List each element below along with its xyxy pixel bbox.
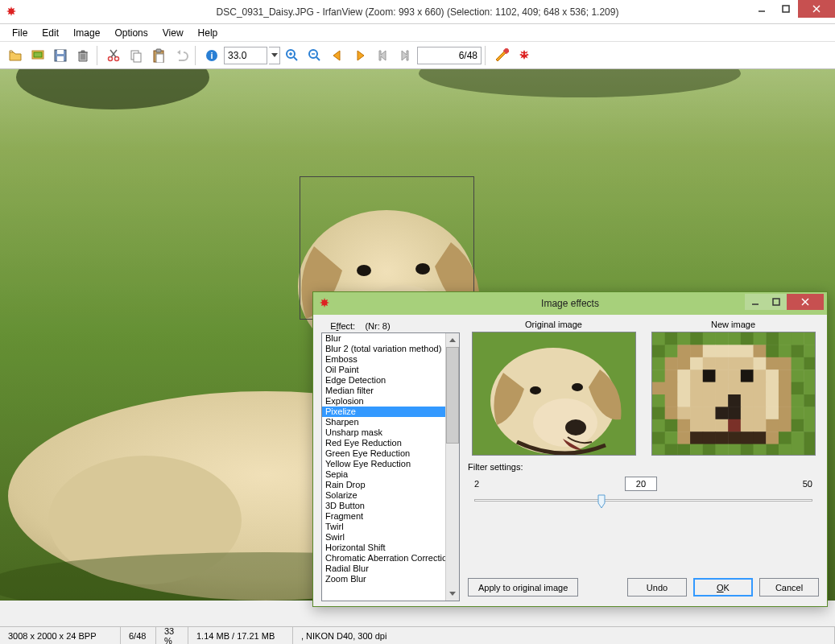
zoom-in-icon[interactable] <box>282 45 303 66</box>
cut-icon[interactable] <box>103 45 124 66</box>
svg-point-51 <box>533 398 597 447</box>
effect-item[interactable]: Edge Detection <box>322 375 445 386</box>
undo-button[interactable]: Undo <box>627 578 687 597</box>
delete-icon[interactable] <box>72 45 93 66</box>
menu-image[interactable]: Image <box>66 25 107 41</box>
ok-button[interactable]: OK <box>693 578 753 597</box>
cancel-button[interactable]: Cancel <box>759 578 819 597</box>
effect-item[interactable]: Radial Blur <box>322 564 445 574</box>
next-image-icon[interactable] <box>349 45 370 66</box>
last-image-icon[interactable] <box>395 45 415 66</box>
toolbar-separator <box>97 46 100 65</box>
open-icon[interactable] <box>5 45 26 66</box>
status-page: 6/48 <box>121 627 156 644</box>
effect-item[interactable]: Blur 2 (total variation method) <box>322 344 445 354</box>
effect-label: Effect: (Nr: 8) <box>321 320 460 332</box>
save-icon[interactable] <box>50 45 71 66</box>
apply-button[interactable]: Apply to original image <box>468 578 578 597</box>
svg-rect-111 <box>702 382 715 395</box>
effect-item[interactable]: Rain Drop <box>322 480 445 490</box>
effect-item[interactable]: Fragment <box>322 511 445 522</box>
effect-item[interactable]: Sepia <box>322 469 445 480</box>
effect-item[interactable]: Unsharp mask <box>322 427 445 438</box>
maximize-button[interactable] <box>774 0 798 18</box>
svg-rect-166 <box>740 431 753 444</box>
svg-rect-124 <box>702 394 715 407</box>
svg-rect-126 <box>728 394 741 407</box>
menu-edit[interactable]: Edit <box>35 25 66 41</box>
menu-view[interactable]: View <box>155 25 191 41</box>
effect-item[interactable]: Solarize <box>322 490 445 501</box>
svg-rect-73 <box>715 345 728 357</box>
svg-rect-131 <box>791 394 804 407</box>
effect-item[interactable]: Sharpen <box>322 417 445 427</box>
svg-rect-179 <box>740 444 753 456</box>
effect-item[interactable]: Twirl <box>322 522 445 532</box>
svg-rect-134 <box>664 407 677 419</box>
effect-item[interactable]: Chromatic Aberration Correction <box>322 553 445 564</box>
effect-item[interactable]: Emboss <box>322 354 445 365</box>
svg-rect-138 <box>715 407 728 419</box>
zoom-input[interactable] <box>224 47 267 64</box>
svg-rect-108 <box>664 382 677 395</box>
zoom-out-icon[interactable] <box>304 45 325 66</box>
svg-rect-170 <box>791 431 804 444</box>
about-icon[interactable] <box>514 45 535 66</box>
effect-item[interactable]: Horizontal Shift <box>322 543 445 553</box>
svg-rect-62 <box>740 332 753 345</box>
copy-icon[interactable] <box>126 45 147 66</box>
prev-image-icon[interactable] <box>327 45 348 66</box>
minimize-button[interactable] <box>750 0 774 18</box>
first-image-icon[interactable] <box>372 45 393 66</box>
effect-item[interactable]: Oil Paint <box>322 365 445 375</box>
effect-listbox[interactable]: BlurBlur 2 (total variation method)Embos… <box>321 332 460 601</box>
scroll-down-icon[interactable] <box>446 587 459 601</box>
settings-icon[interactable] <box>491 45 512 66</box>
effect-item[interactable]: Green Eye Reduction <box>322 448 445 459</box>
dialog-maximize-button[interactable] <box>766 294 787 310</box>
svg-rect-115 <box>753 382 766 395</box>
paste-icon[interactable] <box>148 45 169 66</box>
effect-scrollbar[interactable] <box>445 333 459 601</box>
menu-help[interactable]: Help <box>191 25 225 41</box>
app-icon <box>5 6 18 19</box>
scroll-thumb[interactable] <box>446 347 459 444</box>
filter-settings-label: Filter settings: <box>468 462 819 472</box>
effect-item[interactable]: Explosion <box>322 396 445 407</box>
menu-file[interactable]: File <box>5 25 35 41</box>
close-button[interactable] <box>798 0 835 18</box>
svg-rect-110 <box>690 382 703 395</box>
svg-rect-118 <box>791 382 804 395</box>
dialog-minimize-button[interactable] <box>745 294 766 310</box>
slideshow-icon[interactable] <box>27 45 48 66</box>
svg-rect-140 <box>740 407 753 419</box>
svg-rect-168 <box>766 431 779 444</box>
effect-item[interactable]: Blur <box>322 333 445 344</box>
page-input[interactable] <box>417 47 482 64</box>
effect-item[interactable]: Yellow Eye Reduction <box>322 459 445 469</box>
info-icon[interactable]: i <box>201 45 222 66</box>
new-image-label: New image <box>711 320 755 329</box>
dialog-close-button[interactable] <box>787 294 824 310</box>
slider-thumb[interactable] <box>597 494 606 509</box>
slider-track[interactable] <box>468 499 819 515</box>
effect-item[interactable]: Pixelize <box>322 407 445 417</box>
svg-rect-77 <box>766 345 779 357</box>
effect-item[interactable]: Red Eye Reduction <box>322 438 445 448</box>
svg-rect-173 <box>664 444 677 456</box>
svg-rect-60 <box>715 332 728 345</box>
slider-value-input[interactable] <box>625 477 657 491</box>
svg-rect-150 <box>702 419 715 432</box>
svg-rect-67 <box>804 332 816 345</box>
svg-rect-7 <box>57 50 64 54</box>
zoom-dropdown-icon[interactable] <box>269 47 280 64</box>
effect-item[interactable]: Median filter <box>322 386 445 396</box>
undo-icon[interactable] <box>171 45 192 66</box>
menu-options[interactable]: Options <box>107 25 155 41</box>
effect-item[interactable]: Zoom Blur <box>322 574 445 584</box>
effect-item[interactable]: 3D Button <box>322 501 445 511</box>
effect-item[interactable]: Swirl <box>322 532 445 543</box>
dialog-titlebar[interactable]: Image effects <box>313 292 827 315</box>
scroll-up-icon[interactable] <box>446 333 459 347</box>
svg-rect-57 <box>677 332 690 345</box>
